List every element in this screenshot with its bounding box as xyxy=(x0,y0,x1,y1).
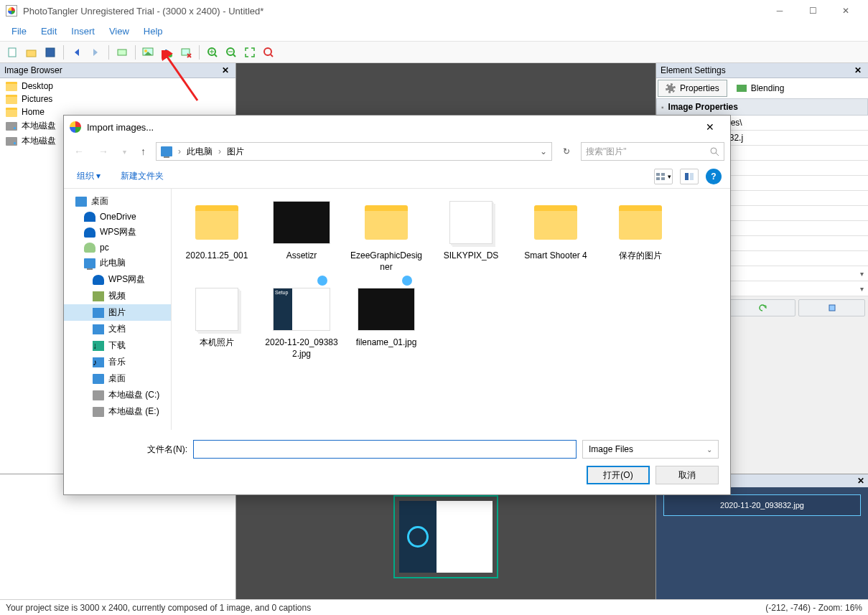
tb-fit[interactable] xyxy=(241,44,258,61)
file-image[interactable]: filename_01.jpg xyxy=(347,281,426,362)
image-browser-header: Image Browser ✕ xyxy=(0,63,235,78)
file-folder[interactable]: Smart Shooter 4 xyxy=(516,194,595,276)
open-button[interactable]: 打开(O) xyxy=(587,466,650,484)
dialog-close-button[interactable]: ✕ xyxy=(696,116,724,139)
tab-properties[interactable]: Properties xyxy=(658,80,727,97)
tb-import-image[interactable] xyxy=(140,44,157,61)
prop-btn-3[interactable] xyxy=(798,299,865,316)
chevron-down-icon: ▾ xyxy=(860,270,864,278)
tree-item-desktop[interactable]: Desktop xyxy=(0,80,235,93)
file-folder[interactable]: EzeeGraphicDesigner xyxy=(347,194,426,276)
file-type-filter[interactable]: Image Files⌄ xyxy=(582,440,719,459)
file-folder[interactable]: Assetizr xyxy=(262,194,341,276)
menu-help[interactable]: Help xyxy=(136,23,170,39)
file-folder[interactable]: 保存的图片 xyxy=(601,194,680,276)
svg-rect-19 xyxy=(685,173,689,180)
tree-desktop2[interactable]: 桌面 xyxy=(64,370,171,387)
file-folder[interactable]: 本机照片 xyxy=(177,281,256,362)
tab-blending[interactable]: Blending xyxy=(729,80,793,97)
video-icon xyxy=(93,291,104,301)
menu-insert[interactable]: Insert xyxy=(64,23,102,39)
minimize-button[interactable]: ─ xyxy=(763,0,796,22)
dialog-title: Import images... xyxy=(87,122,696,133)
nav-forward[interactable]: → xyxy=(94,143,113,160)
new-folder-button[interactable]: 新建文件夹 xyxy=(116,167,168,185)
tb-export[interactable] xyxy=(113,44,131,61)
drive-icon xyxy=(93,390,104,400)
refresh-button[interactable]: ↻ xyxy=(558,143,575,160)
file-folder[interactable]: 2020.11.25_001 xyxy=(177,194,256,276)
layer-thumbnail[interactable]: 2020-11-20_093832.jpg xyxy=(663,494,861,516)
close-icon[interactable]: ✕ xyxy=(855,476,867,486)
prop-btn-2[interactable] xyxy=(729,299,795,316)
tree-docs[interactable]: 文档 xyxy=(64,321,171,337)
tb-delete[interactable] xyxy=(177,44,195,61)
close-icon[interactable]: ✕ xyxy=(852,65,864,76)
search-icon xyxy=(709,146,719,156)
close-button[interactable]: ✕ xyxy=(829,0,862,22)
wps-icon xyxy=(84,227,95,238)
tree-drive-c[interactable]: 本地磁盘 (C:) xyxy=(64,387,171,403)
tree-user[interactable]: pc xyxy=(64,240,171,255)
menu-view[interactable]: View xyxy=(102,23,136,39)
tree-downloads[interactable]: ↓下载 xyxy=(64,337,171,354)
file-folder[interactable]: SILKYPIX_DS xyxy=(431,194,510,276)
view-mode-button[interactable]: ▾ xyxy=(654,169,673,184)
onedrive-icon xyxy=(84,212,95,222)
drive-icon xyxy=(6,137,17,146)
tree-wps2[interactable]: WPS网盘 xyxy=(64,271,171,288)
search-input[interactable]: 搜索"图片" xyxy=(581,142,724,161)
canvas-thumbnail[interactable] xyxy=(393,495,498,578)
address-bar[interactable]: 此电脑 图片 ⌄ xyxy=(156,142,552,161)
tree-drive-e[interactable]: 本地磁盘 (E:) xyxy=(64,403,171,420)
chevron-down-icon: ▾ xyxy=(860,285,864,293)
documents-icon xyxy=(93,324,104,334)
close-icon[interactable]: ✕ xyxy=(220,65,231,76)
cancel-button[interactable]: 取消 xyxy=(655,466,719,484)
svg-point-5 xyxy=(144,50,147,52)
preview-pane-button[interactable] xyxy=(680,169,699,184)
tb-forward[interactable] xyxy=(87,44,104,61)
tb-save[interactable] xyxy=(42,44,59,61)
svg-rect-16 xyxy=(661,173,665,176)
svg-rect-20 xyxy=(690,173,694,180)
nav-recent[interactable]: ▾ xyxy=(118,145,131,159)
organize-menu[interactable]: 组织 ▾ xyxy=(73,167,105,185)
nav-back[interactable]: ← xyxy=(70,143,88,160)
chevron-down-icon[interactable]: ⌄ xyxy=(540,146,547,156)
tree-pictures[interactable]: 图片 xyxy=(64,304,171,321)
import-dialog: Import images... ✕ ← → ▾ ↑ 此电脑 图片 ⌄ ↻ 搜索… xyxy=(63,115,731,495)
menu-edit[interactable]: Edit xyxy=(34,23,64,39)
wps-icon xyxy=(93,275,104,285)
nav-up[interactable]: ↑ xyxy=(136,143,150,160)
tree-video[interactable]: 视频 xyxy=(64,288,171,304)
svg-point-11 xyxy=(264,48,271,55)
tb-text[interactable]: A xyxy=(159,44,176,61)
tree-item-pictures[interactable]: Pictures xyxy=(0,93,235,105)
maximize-button[interactable]: ☐ xyxy=(796,0,829,22)
app-icon xyxy=(6,5,17,17)
tree-music[interactable]: ♪音乐 xyxy=(64,354,171,370)
tb-zoom-in[interactable] xyxy=(204,44,221,61)
help-button[interactable]: ? xyxy=(706,169,722,184)
svg-rect-0 xyxy=(9,48,16,57)
menu-file[interactable]: File xyxy=(4,23,34,39)
tree-this-pc[interactable]: 此电脑 xyxy=(64,255,171,271)
pictures-icon xyxy=(93,308,104,318)
dialog-footer: 文件名(N): Image Files⌄ 打开(O) 取消 xyxy=(64,430,730,494)
image-properties-section[interactable]: Image Properties xyxy=(656,98,868,116)
titlebar: PhotoTangler Unregistered Trial - (3000 … xyxy=(0,0,868,22)
desktop-icon xyxy=(75,197,87,207)
tb-back[interactable] xyxy=(68,44,85,61)
tb-new[interactable] xyxy=(4,44,22,61)
tb-zoom-out[interactable] xyxy=(223,44,240,61)
tree-wps[interactable]: WPS网盘 xyxy=(64,224,171,240)
tree-desktop[interactable]: 桌面 xyxy=(64,193,171,210)
tb-open[interactable] xyxy=(23,44,40,61)
file-image[interactable]: 2020-11-20_093832.jpg xyxy=(262,281,341,362)
filename-input[interactable] xyxy=(193,440,577,459)
tb-zoom-reset[interactable] xyxy=(260,44,277,61)
svg-rect-2 xyxy=(46,48,55,57)
music-icon: ♪ xyxy=(93,357,104,367)
tree-onedrive[interactable]: OneDrive xyxy=(64,210,171,224)
